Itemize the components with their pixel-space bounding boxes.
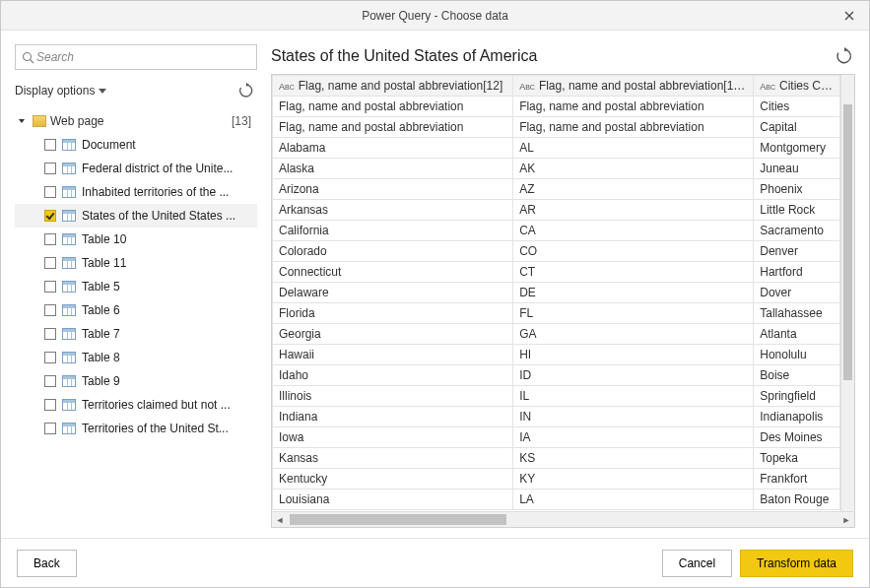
table-cell: Honolulu <box>754 345 839 365</box>
table-row[interactable]: LouisianaLABaton Rouge <box>273 490 854 510</box>
table-cell: Hartford <box>754 262 839 283</box>
chevron-down-icon <box>99 89 106 94</box>
navigator-tree: Web page [13] DocumentFederal district o… <box>15 109 257 528</box>
checkbox[interactable] <box>44 281 56 293</box>
tree-item[interactable]: States of the United States ... <box>15 204 257 228</box>
table-row[interactable]: IndianaINIndianapolis <box>273 407 854 427</box>
tree-group-count: [13] <box>232 114 257 128</box>
table-icon <box>62 352 76 363</box>
table-cell: Florida <box>273 303 513 324</box>
table-row[interactable]: DelawareDEDover <box>273 283 854 303</box>
checkbox[interactable] <box>44 304 56 316</box>
vertical-scrollbar-thumb[interactable] <box>843 104 852 380</box>
tree-item[interactable]: Table 9 <box>15 369 257 393</box>
table-row[interactable]: GeorgiaGAAtlanta <box>273 324 854 345</box>
table-cell: Phoenix <box>754 179 839 200</box>
refresh-icon <box>836 47 853 65</box>
table-row[interactable]: CaliforniaCASacramento <box>273 221 854 241</box>
checkbox[interactable] <box>44 328 56 340</box>
refresh-icon <box>238 83 254 98</box>
checkbox[interactable] <box>44 163 56 174</box>
table-cell: LA <box>513 490 754 510</box>
tree-item-label: Table 10 <box>82 232 257 246</box>
checkbox[interactable] <box>44 233 56 245</box>
checkbox[interactable] <box>44 257 56 269</box>
table-row[interactable]: Flag, name and postal abbreviationFlag, … <box>273 117 854 138</box>
search-input[interactable] <box>34 49 250 65</box>
checkbox[interactable] <box>44 423 56 434</box>
display-options-dropdown[interactable]: Display options <box>15 84 106 98</box>
tree-item[interactable]: Territories of the United St... <box>15 417 257 440</box>
dialog-body: Display options Web page [13] DocumentFe… <box>1 31 869 528</box>
column-header[interactable]: ABCFlag, name and postal abbreviation[12… <box>513 76 754 97</box>
table-row[interactable]: IllinoisILSpringfield <box>273 386 854 407</box>
tree-item-label: Table 8 <box>82 351 257 364</box>
checkbox[interactable] <box>44 352 56 363</box>
table-cell: Connecticut <box>273 262 513 283</box>
tree-item[interactable]: Table 11 <box>15 251 257 275</box>
transform-data-button[interactable]: Transform data <box>740 550 853 577</box>
table-row[interactable]: IowaIADes Moines <box>273 427 854 448</box>
checkbox[interactable] <box>44 210 56 222</box>
preview-refresh-button[interactable] <box>834 45 855 67</box>
tree-group-webpage[interactable]: Web page [13] <box>15 109 257 133</box>
table-cell: CT <box>513 262 754 283</box>
table-cell: AL <box>513 138 754 159</box>
table-cell: Alaska <box>273 159 513 179</box>
table-row[interactable]: FloridaFLTallahassee <box>273 303 854 324</box>
table-cell: Flag, name and postal abbreviation <box>513 97 754 117</box>
tree-item[interactable]: Table 5 <box>15 275 257 298</box>
preview-panel: States of the United States of America A… <box>271 44 855 528</box>
tree-item[interactable]: Table 6 <box>15 298 257 322</box>
checkbox[interactable] <box>44 139 56 151</box>
table-row[interactable]: ArizonaAZPhoenix <box>273 179 854 200</box>
tree-item[interactable]: Table 7 <box>15 322 257 346</box>
table-cell: Alabama <box>273 138 513 159</box>
table-cell: Idaho <box>273 365 513 386</box>
table-row[interactable]: HawaiiHIHonolulu <box>273 345 854 365</box>
search-box[interactable] <box>15 44 257 70</box>
checkbox[interactable] <box>44 375 56 387</box>
scroll-right-arrow-icon[interactable]: ► <box>838 512 854 527</box>
table-cell: Cities <box>754 97 839 117</box>
tree-item[interactable]: Table 10 <box>15 228 257 251</box>
cancel-button[interactable]: Cancel <box>662 550 732 577</box>
table-icon <box>62 186 76 198</box>
table-row[interactable]: IdahoIDBoise <box>273 365 854 386</box>
text-type-icon: ABC <box>279 82 295 92</box>
tree-item[interactable]: Table 8 <box>15 346 257 369</box>
tree-item[interactable]: Document <box>15 133 257 157</box>
table-row[interactable]: KentuckyKYFrankfort <box>273 469 854 490</box>
tree-item[interactable]: Inhabited territories of the ... <box>15 180 257 204</box>
back-button[interactable]: Back <box>17 550 77 577</box>
tree-item[interactable]: Federal district of the Unite... <box>15 157 257 180</box>
table-cell: Flag, name and postal abbreviation <box>513 117 754 138</box>
search-icon <box>22 51 34 64</box>
table-row[interactable]: ColoradoCODenver <box>273 241 854 262</box>
tree-refresh-button[interactable] <box>235 80 257 101</box>
close-button[interactable] <box>830 1 869 31</box>
tree-item[interactable]: Territories claimed but not ... <box>15 393 257 417</box>
table-cell: Springfield <box>754 386 839 407</box>
table-row[interactable]: KansasKSTopeka <box>273 448 854 469</box>
table-cell: Montgomery <box>754 138 839 159</box>
vertical-scrollbar[interactable] <box>840 75 854 511</box>
table-row[interactable]: Flag, name and postal abbreviationFlag, … <box>273 97 854 117</box>
table-icon <box>62 281 76 293</box>
column-header[interactable]: ABCCities Capital <box>754 76 839 97</box>
table-row[interactable]: ConnecticutCTHartford <box>273 262 854 283</box>
table-row[interactable]: ArkansasARLittle Rock <box>273 200 854 221</box>
horizontal-scrollbar[interactable]: ◄ ► <box>272 511 854 527</box>
tree-item-label: Table 5 <box>82 280 257 294</box>
table-icon <box>62 375 76 387</box>
checkbox[interactable] <box>44 186 56 198</box>
data-grid: ABCFlag, name and postal abbreviation[12… <box>271 74 855 528</box>
table-row[interactable]: AlaskaAKJuneau <box>273 159 854 179</box>
table-cell: Illinois <box>273 386 513 407</box>
scroll-left-arrow-icon[interactable]: ◄ <box>272 512 288 527</box>
table-row[interactable]: AlabamaALMontgomery <box>273 138 854 159</box>
table-cell: AK <box>513 159 754 179</box>
horizontal-scrollbar-thumb[interactable] <box>290 514 506 525</box>
column-header[interactable]: ABCFlag, name and postal abbreviation[12… <box>273 76 513 97</box>
checkbox[interactable] <box>44 399 56 411</box>
